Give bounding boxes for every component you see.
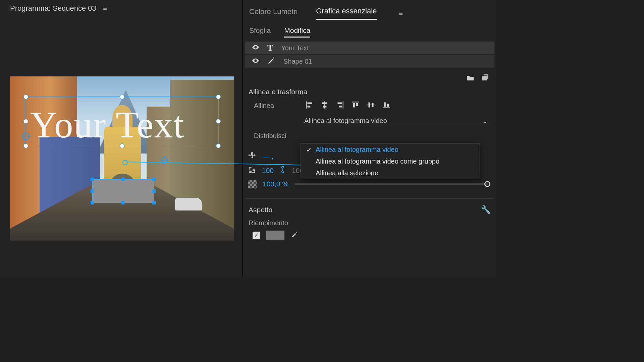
panel-menu-icon[interactable]: ≡	[398, 9, 403, 18]
new-folder-icon[interactable]	[466, 74, 474, 82]
appearance-header: Aspetto 🔧	[243, 205, 496, 215]
panel-menu-icon[interactable]: ≡	[103, 4, 107, 13]
scale-value[interactable]: 100	[262, 167, 274, 175]
pen-icon	[267, 57, 275, 66]
resize-handle[interactable]	[216, 119, 221, 124]
opacity-slider[interactable]	[294, 183, 488, 185]
resize-handle[interactable]	[152, 178, 156, 181]
section-title: Allinea e trasforma	[249, 88, 492, 96]
opacity-row: 100,0 %	[248, 180, 492, 188]
opacity-value[interactable]: 100,0 %	[263, 180, 288, 188]
subtab-browse[interactable]: Sfoglia	[249, 26, 271, 38]
shape-selection-box[interactable]	[92, 179, 154, 203]
dropdown-option[interactable]: Allinea al fotogramma video come gruppo	[301, 156, 480, 167]
type-icon: T	[267, 43, 273, 53]
align-row: Allinea	[248, 101, 492, 111]
program-header: Programma: Sequence 03 ≡	[0, 0, 242, 17]
program-title: Programma: Sequence 03	[10, 4, 96, 13]
eyedropper-icon[interactable]	[291, 231, 298, 240]
move-icon	[248, 151, 257, 162]
wrench-icon[interactable]: 🔧	[481, 205, 491, 215]
sub-tabs: Sfoglia Modifica	[243, 23, 496, 42]
video-frame: Your Text	[10, 76, 234, 241]
align-top-icon[interactable]	[351, 101, 360, 111]
bg-car	[175, 198, 202, 210]
opacity-icon	[248, 180, 257, 188]
resize-handle[interactable]	[23, 119, 28, 124]
align-right-icon[interactable]	[336, 101, 344, 111]
fill-label: Riempimento	[249, 219, 492, 227]
slider-thumb[interactable]	[484, 181, 490, 187]
resize-handle[interactable]	[216, 143, 221, 148]
anchor-point-icon[interactable]	[161, 157, 168, 164]
align-to-dropdown-popup: Allinea al fotogramma video Allinea al f…	[301, 143, 480, 179]
distribute-row: Distribuisci	[248, 132, 492, 140]
program-monitor-panel: Programma: Sequence 03 ≡ Your Text	[0, 0, 243, 277]
program-monitor[interactable]: Your Text	[10, 76, 234, 241]
resize-handle[interactable]	[23, 143, 28, 148]
fill-section: Riempimento ✓	[243, 219, 496, 242]
dropdown-option[interactable]: Allinea alla selezione	[301, 167, 480, 179]
resize-handle[interactable]	[120, 143, 124, 148]
tab-lumetri-color[interactable]: Colore Lumetri	[249, 7, 298, 19]
visibility-toggle-icon[interactable]	[252, 57, 259, 66]
tab-essential-graphics[interactable]: Grafica essenziale	[316, 7, 377, 20]
resize-handle[interactable]	[120, 95, 124, 99]
link-icon[interactable]	[280, 166, 286, 176]
panel-tabs: Colore Lumetri Grafica essenziale ≡	[243, 0, 496, 23]
subtab-edit[interactable]: Modifica	[284, 26, 310, 38]
anchor-point-icon[interactable]	[22, 133, 30, 140]
align-h-center-icon[interactable]	[320, 101, 329, 111]
resize-handle[interactable]	[152, 189, 156, 193]
layer-name: Your Text	[281, 44, 309, 52]
divider	[246, 198, 494, 199]
align-bottom-icon[interactable]	[382, 101, 391, 111]
resize-handle[interactable]	[91, 189, 94, 193]
essential-graphics-panel: Colore Lumetri Grafica essenziale ≡ Sfog…	[243, 0, 496, 277]
fill-color-swatch[interactable]	[266, 230, 285, 240]
scale-icon	[248, 166, 256, 176]
resize-handle[interactable]	[121, 201, 125, 204]
visibility-toggle-icon[interactable]	[252, 44, 259, 53]
position-value[interactable]: — ,	[263, 153, 274, 161]
layer-row[interactable]: T Your Text	[245, 42, 494, 54]
resize-handle[interactable]	[91, 201, 94, 204]
resize-handle[interactable]	[23, 95, 28, 99]
resize-handle[interactable]	[216, 95, 221, 99]
align-left-icon[interactable]	[305, 101, 314, 111]
appearance-label: Aspetto	[249, 206, 272, 214]
text-selection-box[interactable]	[25, 97, 219, 146]
resize-handle[interactable]	[91, 178, 94, 181]
layer-row[interactable]: Shape 01	[245, 55, 494, 68]
new-layer-icon[interactable]	[481, 74, 489, 82]
align-v-center-icon[interactable]	[367, 101, 375, 111]
resize-handle[interactable]	[121, 178, 125, 181]
align-to-dropdown[interactable]: Allinea al fotogramma video ⌄	[300, 116, 492, 126]
resize-handle[interactable]	[152, 201, 156, 204]
chevron-down-icon: ⌄	[482, 117, 488, 125]
dropdown-value: Allinea al fotogramma video	[304, 117, 387, 125]
dropdown-option[interactable]: Allinea al fotogramma video	[301, 144, 480, 156]
fill-enable-checkbox[interactable]: ✓	[253, 232, 260, 239]
distribute-label: Distribuisci	[254, 132, 298, 140]
align-label: Allinea	[254, 102, 298, 110]
align-transform-section: Allinea e trasforma Allinea Allinea al f…	[243, 84, 496, 147]
layer-name: Shape 01	[283, 58, 312, 65]
panel-actions	[243, 68, 496, 84]
layer-list: T Your Text Shape 01	[243, 42, 496, 68]
